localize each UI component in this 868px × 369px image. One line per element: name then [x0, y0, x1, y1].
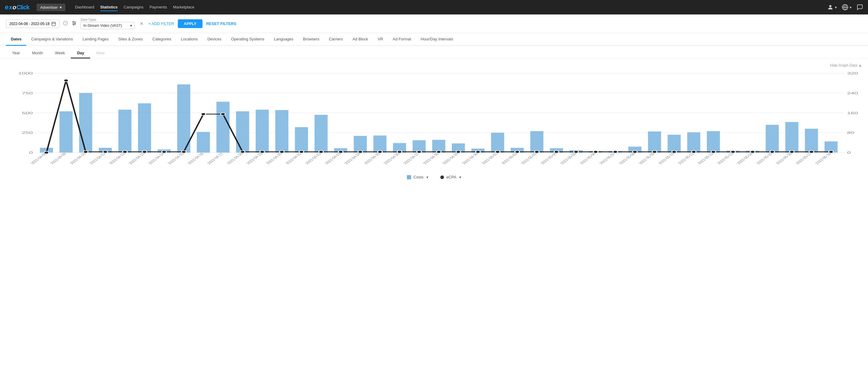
svg-rect-65: [707, 131, 720, 153]
messages-icon[interactable]: [857, 4, 863, 10]
tab-categories[interactable]: Categories: [148, 33, 176, 46]
svg-text:160: 160: [847, 111, 858, 115]
subtab-hour: Hour: [90, 48, 111, 59]
filter-settings-icon[interactable]: [71, 21, 77, 27]
costs-label: Costs: [413, 175, 424, 179]
chart-area: Hide Graph Data ▲ 1000 750 500 250 0 320…: [0, 59, 868, 184]
subtab-month[interactable]: Month: [26, 48, 49, 59]
svg-text:2022-05-05: 2022-05-05: [559, 152, 578, 164]
tab-dates[interactable]: Dates: [6, 33, 26, 46]
tab-sites-zones[interactable]: Sites & Zones: [114, 33, 148, 46]
svg-text:2022-05-16: 2022-05-16: [775, 152, 793, 164]
svg-text:2022-04-29: 2022-04-29: [441, 152, 460, 164]
subtab-day[interactable]: Day: [71, 48, 90, 59]
svg-text:2022-04-09: 2022-04-09: [49, 152, 67, 164]
svg-text:250: 250: [22, 131, 33, 135]
svg-text:2022-05-07: 2022-05-07: [598, 152, 617, 164]
tab-locations[interactable]: Locations: [176, 33, 203, 46]
advertiser-button[interactable]: APPLY Advertiser ▾: [36, 4, 65, 11]
main-tabs: Dates Campaigns & Variations Landing Pag…: [0, 33, 868, 46]
svg-rect-64: [687, 132, 700, 153]
tab-vr[interactable]: VR: [373, 33, 388, 46]
svg-text:2022-05-01: 2022-05-01: [481, 152, 499, 164]
clear-filter-button[interactable]: ✕: [138, 21, 145, 27]
zone-types-label: Zone Types: [81, 18, 135, 22]
tab-hour-day-intervals[interactable]: Hour/Day Intervals: [416, 33, 458, 46]
svg-point-0: [829, 5, 831, 7]
svg-rect-36: [138, 103, 151, 153]
reset-filters-button[interactable]: RESET FILTERS: [206, 22, 236, 26]
svg-text:80: 80: [847, 131, 855, 135]
svg-point-14: [75, 23, 76, 24]
svg-text:2022-05-02: 2022-05-02: [500, 152, 519, 164]
nav-dashboard[interactable]: Dashboard: [75, 4, 94, 11]
help-icon[interactable]: ?: [63, 21, 68, 27]
date-range-button[interactable]: 2022-04-08 - 2022-05-18: [6, 20, 59, 28]
svg-text:2022-05-18: 2022-05-18: [814, 152, 832, 164]
svg-rect-70: [805, 129, 818, 153]
svg-text:2022-05-17: 2022-05-17: [795, 152, 813, 164]
costs-dropdown[interactable]: ▾: [427, 175, 428, 179]
ecpa-dropdown[interactable]: ▾: [459, 175, 461, 179]
svg-rect-69: [785, 122, 798, 153]
account-icon[interactable]: ▾: [827, 4, 837, 10]
add-filter-button[interactable]: + ADD FILTER: [148, 22, 174, 26]
svg-point-80: [201, 113, 206, 116]
language-icon[interactable]: ▾: [842, 4, 852, 10]
tab-operating-systems[interactable]: Operating Systems: [226, 33, 269, 46]
ecpa-label: eCPA: [446, 175, 456, 179]
svg-rect-40: [216, 101, 229, 153]
svg-text:2022-04-11: 2022-04-11: [88, 152, 107, 164]
chart-header: Hide Graph Data ▲: [6, 63, 862, 67]
svg-text:320: 320: [847, 71, 858, 75]
svg-rect-56: [530, 131, 544, 153]
tab-ad-block[interactable]: Ad Block: [348, 33, 373, 46]
chevron-down-icon: ▾: [849, 5, 852, 10]
svg-text:2022-04-10: 2022-04-10: [69, 152, 87, 164]
svg-text:?: ?: [65, 22, 66, 25]
tab-ad-format[interactable]: Ad Format: [388, 33, 416, 46]
svg-text:2022-04-12: 2022-04-12: [108, 152, 126, 164]
svg-rect-4: [52, 22, 56, 26]
subtab-year[interactable]: Year: [6, 48, 26, 59]
svg-rect-43: [275, 110, 288, 153]
svg-text:2022-05-09: 2022-05-09: [638, 152, 656, 164]
svg-text:2022-05-03: 2022-05-03: [520, 152, 538, 164]
tab-landing-pages[interactable]: Landing Pages: [78, 33, 114, 46]
ecpa-dot: [440, 176, 444, 179]
svg-text:2022-05-12: 2022-05-12: [696, 152, 715, 164]
svg-text:240: 240: [847, 91, 858, 95]
svg-point-15: [73, 24, 74, 25]
svg-rect-35: [119, 110, 131, 153]
nav-statistics[interactable]: Statistics: [100, 4, 118, 11]
zone-types-select[interactable]: In-Stream Video (VAST) ▾: [81, 22, 135, 29]
chart-svg: 1000 750 500 250 0 320 240 160 80 0: [6, 70, 862, 173]
svg-text:2022-04-26: 2022-04-26: [383, 152, 401, 164]
tab-languages[interactable]: Languages: [269, 33, 298, 46]
tab-campaigns-variations[interactable]: Campaigns & Variations: [26, 33, 78, 46]
svg-rect-33: [79, 93, 92, 153]
svg-rect-63: [668, 135, 681, 153]
svg-text:2022-04-13: 2022-04-13: [127, 152, 146, 164]
tab-browsers[interactable]: Browsers: [298, 33, 324, 46]
svg-text:2022-04-28: 2022-04-28: [422, 152, 440, 164]
svg-text:2022-04-18: 2022-04-18: [226, 152, 244, 164]
hide-graph-button[interactable]: Hide Graph Data ▲: [830, 63, 862, 67]
svg-text:2022-04-20: 2022-04-20: [265, 152, 283, 164]
legend-costs[interactable]: Costs ▾: [407, 175, 428, 179]
nav-marketplace[interactable]: Marketplace: [173, 4, 194, 11]
nav-campaigns[interactable]: Campaigns: [124, 4, 144, 11]
tab-carriers[interactable]: Carriers: [324, 33, 347, 46]
apply-button[interactable]: APPLY: [178, 19, 203, 28]
chevron-down-icon: ▾: [60, 5, 62, 10]
svg-text:2022-04-23: 2022-04-23: [324, 152, 342, 164]
svg-text:2022-05-08: 2022-05-08: [618, 152, 637, 164]
chart-legend: Costs ▾ eCPA ▾: [6, 175, 862, 179]
logo: exoClick: [5, 3, 29, 11]
subtab-week[interactable]: Week: [49, 48, 71, 59]
legend-ecpa[interactable]: eCPA ▾: [440, 175, 461, 179]
svg-text:2022-04-17: 2022-04-17: [206, 152, 224, 164]
tab-devices[interactable]: Devices: [203, 33, 226, 46]
nav-payments[interactable]: Payments: [150, 4, 167, 11]
svg-rect-44: [295, 127, 308, 153]
